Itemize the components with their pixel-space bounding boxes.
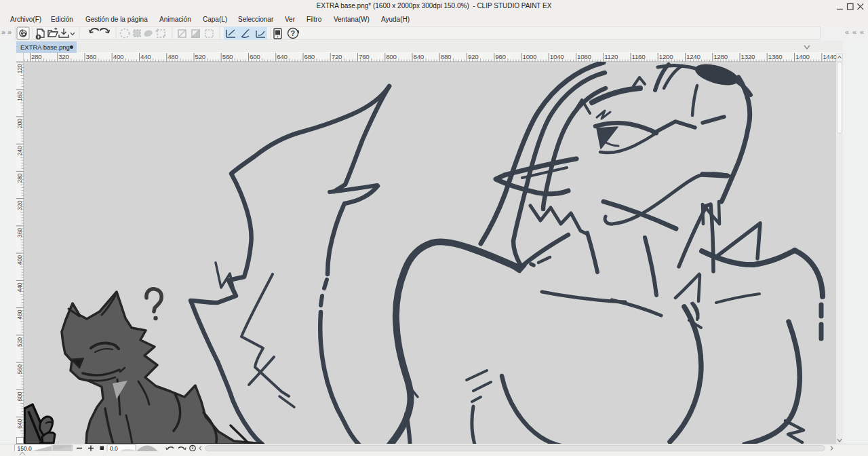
svg-text:360: 360 — [86, 53, 97, 60]
svg-text:800: 800 — [386, 53, 397, 60]
svg-text:?: ? — [291, 29, 296, 37]
svg-text:680: 680 — [304, 53, 315, 60]
svg-text:1120: 1120 — [604, 53, 618, 60]
svg-text:360: 360 — [16, 228, 23, 238]
svg-text:600: 600 — [16, 392, 23, 401]
svg-text:1400: 1400 — [795, 53, 810, 60]
svg-text:880: 880 — [441, 53, 452, 60]
svg-text:840: 840 — [414, 53, 425, 60]
svg-text:1000: 1000 — [523, 53, 537, 60]
svg-text:440: 440 — [140, 53, 151, 60]
svg-text:120: 120 — [16, 64, 23, 73]
svg-text:920: 920 — [468, 53, 479, 60]
svg-text:600: 600 — [250, 53, 260, 60]
svg-text:200: 200 — [16, 119, 23, 128]
svg-text:960: 960 — [495, 53, 506, 60]
svg-text:720: 720 — [332, 53, 342, 60]
svg-text:1080: 1080 — [577, 53, 591, 60]
svg-text:1240: 1240 — [686, 53, 701, 60]
svg-text:560: 560 — [16, 364, 23, 374]
svg-text:640: 640 — [277, 53, 288, 60]
svg-text:560: 560 — [222, 53, 233, 60]
svg-text:0.0: 0.0 — [110, 445, 118, 452]
svg-text:320: 320 — [58, 53, 69, 60]
svg-text:520: 520 — [16, 337, 23, 347]
svg-text:1160: 1160 — [632, 53, 646, 60]
svg-text:1360: 1360 — [768, 53, 783, 60]
svg-text:440: 440 — [16, 282, 23, 292]
svg-text:1200: 1200 — [659, 53, 673, 60]
svg-text:150.0: 150.0 — [18, 445, 33, 452]
svg-text:520: 520 — [195, 53, 206, 60]
svg-text:480: 480 — [16, 309, 23, 319]
svg-text:480: 480 — [167, 53, 178, 60]
svg-text:160: 160 — [16, 91, 23, 100]
svg-text:760: 760 — [359, 53, 370, 60]
svg-text:1040: 1040 — [550, 53, 564, 60]
svg-text:240: 240 — [16, 146, 23, 155]
svg-text:1440: 1440 — [823, 53, 836, 60]
svg-text:280: 280 — [31, 53, 42, 60]
svg-text:1320: 1320 — [741, 53, 755, 60]
svg-text:640: 640 — [16, 419, 23, 428]
svg-text:400: 400 — [113, 53, 124, 60]
svg-text:280: 280 — [16, 173, 23, 183]
svg-text:1280: 1280 — [713, 53, 728, 60]
svg-text:320: 320 — [16, 200, 23, 210]
svg-text:400: 400 — [16, 255, 23, 265]
